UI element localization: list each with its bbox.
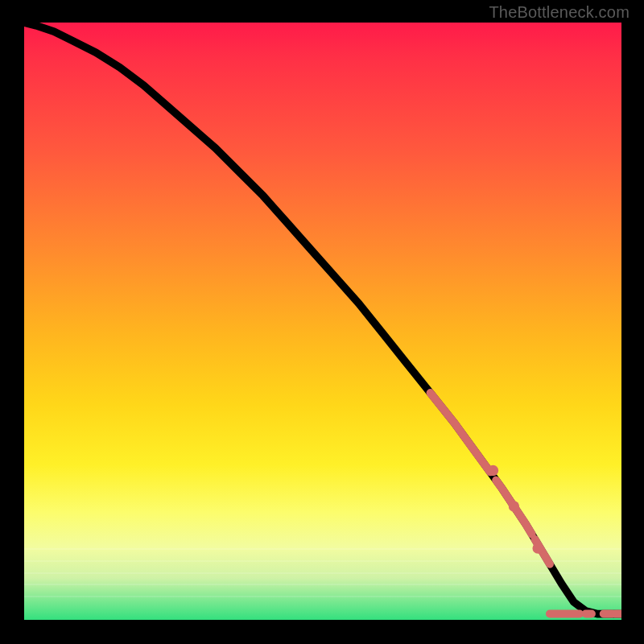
plot-area xyxy=(24,23,621,620)
chart-svg xyxy=(24,23,621,620)
highlight-segment xyxy=(431,393,490,472)
watermark-text: TheBottleneck.com xyxy=(489,3,630,22)
highlight-dot xyxy=(509,501,519,511)
curve-line xyxy=(24,23,621,614)
highlight-dot xyxy=(532,543,543,553)
highlight-dot xyxy=(488,465,498,476)
